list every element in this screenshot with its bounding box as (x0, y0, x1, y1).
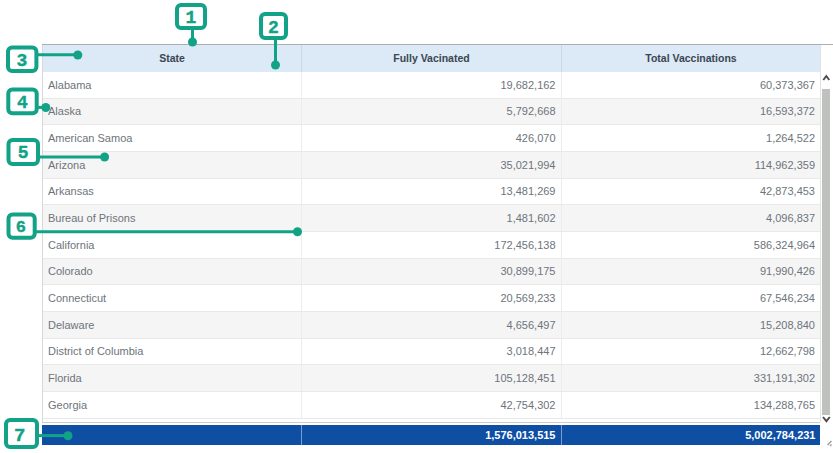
svg-text:4: 4 (17, 93, 28, 113)
svg-text:2: 2 (268, 18, 279, 38)
svg-text:6: 6 (16, 218, 26, 237)
svg-text:7: 7 (14, 425, 25, 447)
svg-text:1: 1 (186, 8, 197, 28)
svg-text:3: 3 (17, 51, 28, 71)
svg-text:5: 5 (18, 143, 29, 163)
